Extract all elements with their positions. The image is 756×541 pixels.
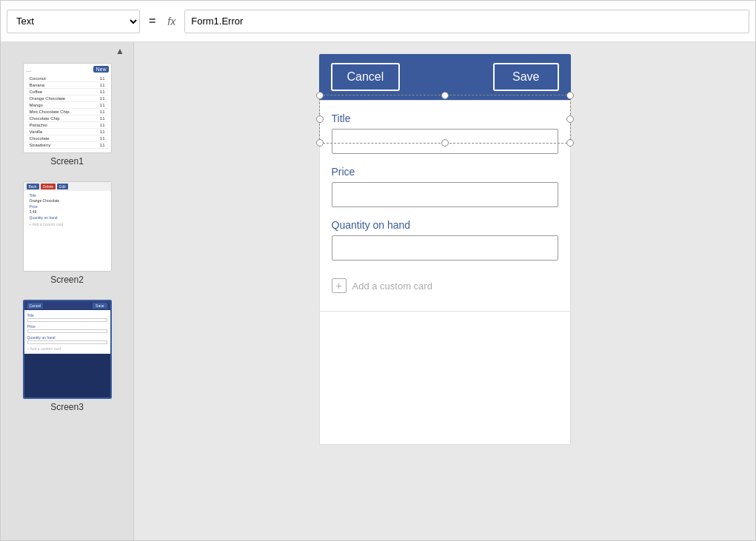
title-field-group: Title: [332, 112, 558, 154]
screen1-dots: ···: [27, 68, 32, 75]
screen2-add-custom: + Add a custom card: [27, 221, 108, 228]
screen3-add-custom: + Add a custom card: [24, 345, 110, 352]
list-item: Strawberry11: [27, 142, 108, 149]
screen1-thumbnail[interactable]: ··· New Coconut11 Banana11 Coffee11 Oran…: [23, 63, 112, 153]
qty-field-group: Quantity on hand: [332, 219, 558, 261]
screen3-dots: ···: [27, 304, 33, 311]
screen1-label: Screen1: [23, 156, 112, 169]
add-custom-card[interactable]: + Add a custom card: [332, 272, 558, 299]
list-item: Chocolate Chip11: [27, 115, 108, 122]
screen3-price-input: [27, 329, 107, 333]
add-custom-plus-icon: +: [332, 278, 347, 293]
list-item: Pistachio11: [27, 122, 108, 129]
screen2-edit-btn: Edit: [57, 184, 68, 189]
screen2-label: Screen2: [23, 275, 112, 288]
equals-symbol: =: [146, 15, 158, 28]
list-item: Mango11: [27, 102, 108, 109]
top-bar: Text = fx: [1, 1, 755, 42]
screen2-title-label: Title: [27, 192, 108, 198]
screen3-qty-input: [27, 340, 107, 344]
screen2-dots: ···: [27, 185, 32, 192]
cancel-button[interactable]: Cancel: [331, 63, 401, 91]
fx-icon: fx: [164, 16, 178, 27]
screen2-btn-bar: Back Delete Edit: [24, 182, 111, 191]
screen3-thumbnail[interactable]: ··· Cancel Save Title Price Quantity on …: [23, 300, 112, 399]
add-custom-label: Add a custom card: [352, 280, 432, 292]
screen2-qty-label: Quantity on hand: [27, 215, 108, 221]
list-item: Coconut11: [27, 75, 108, 82]
qty-input[interactable]: [332, 235, 558, 261]
screen3-title-input: [27, 318, 107, 322]
screen3-btn-bar: Cancel Save: [24, 301, 110, 310]
left-panel: ▲ ··· New Coconut11 Banana11 Coffee11 Or…: [1, 42, 134, 541]
canvas-area: Cancel Save Title Price Quantity on hand: [134, 42, 755, 541]
title-label: Title: [332, 112, 558, 124]
form-footer: [319, 312, 571, 445]
screen3-title-label: Title: [24, 312, 110, 317]
screen1-new-badge: New: [93, 66, 108, 73]
price-label: Price: [332, 166, 558, 178]
list-item: Chocolate11: [27, 135, 108, 142]
form-canvas: Cancel Save Title Price Quantity on hand: [319, 54, 571, 445]
screen2-title-val: Orange Chocolate: [27, 198, 108, 204]
screen2-delete-btn: Delete: [41, 184, 56, 189]
screen2-thumbnail[interactable]: ··· Back Delete Edit Title Orange Chocol…: [23, 181, 112, 272]
main-area: ▲ ··· New Coconut11 Banana11 Coffee11 Or…: [1, 42, 755, 541]
formula-input[interactable]: [184, 10, 749, 33]
screen2-price-label: Price: [27, 204, 108, 209]
screen2-price-val: 3.49: [27, 209, 108, 215]
list-item: Orange Chocolate11: [27, 95, 108, 102]
price-input[interactable]: [332, 182, 558, 207]
qty-label: Quantity on hand: [332, 219, 558, 231]
screen3-qty-label: Quantity on hand: [24, 334, 110, 340]
list-item: Coffee11: [27, 89, 108, 95]
form-header: Cancel Save: [319, 54, 571, 100]
list-item: Banana11: [27, 82, 108, 89]
title-input[interactable]: [332, 129, 558, 154]
property-select[interactable]: Text: [7, 10, 140, 33]
screen3-price-label: Price: [24, 323, 110, 329]
form-body: Title Price Quantity on hand + Add a cus…: [319, 100, 571, 312]
price-field-group: Price: [332, 166, 558, 207]
save-button[interactable]: Save: [493, 63, 558, 91]
scroll-up-button[interactable]: ▲: [113, 45, 127, 57]
list-item: Vanilla11: [27, 129, 108, 135]
list-item: Mint Chocolate Chip11: [27, 109, 108, 115]
screen3-label: Screen3: [23, 402, 112, 415]
screen3-save-btn: Save: [93, 303, 107, 309]
